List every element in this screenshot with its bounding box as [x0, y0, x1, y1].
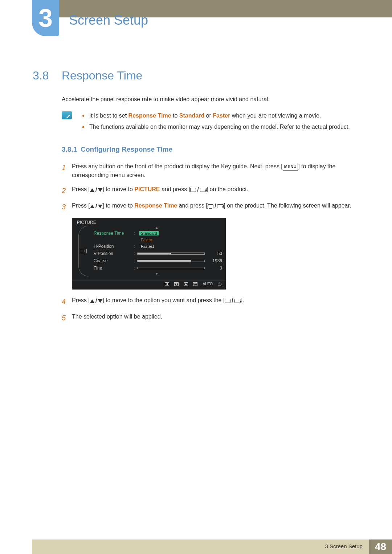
text: ] to move to the option you want and pre… [102, 297, 225, 303]
up-down-icon: / [90, 297, 102, 306]
note-text: to [171, 112, 179, 119]
osd-row: Fine : 0 [91, 264, 222, 272]
text: Press [ [72, 186, 90, 192]
osd-row-sub: Faster [91, 237, 222, 243]
step-number: 2 [62, 185, 72, 196]
scroll-down-icon: ▼ [91, 272, 222, 276]
osd-value: 0 [208, 266, 222, 271]
osd-row: Response Time : Standard [91, 230, 222, 237]
text: ] on the product. The following screen w… [224, 202, 351, 209]
osd-row: V-Position : 50 [91, 250, 222, 257]
osd-panel: PICTURE ▲ Response Time : Standard [72, 218, 226, 290]
step-item: 4 Press [/] to move to the option you wa… [62, 296, 359, 307]
note-text: It is best to set [89, 112, 128, 119]
osd-option-selected: Standard [139, 231, 159, 235]
note-text: or [204, 112, 213, 119]
note-highlight: Response Time [128, 112, 171, 119]
text: ] on the product. [207, 186, 249, 192]
step-item: 2 Press [/] to move to PICTURE and press… [62, 185, 359, 196]
osd-label: V-Position [91, 251, 131, 256]
note-highlight: Standard [179, 112, 204, 119]
note-text: when you are not viewing a movie. [230, 112, 321, 119]
text: Press any button on the front of the pro… [72, 163, 283, 169]
up-down-icon: / [90, 186, 102, 195]
osd-footer: AUTO [72, 280, 226, 288]
step-number: 3 [62, 201, 72, 213]
osd-value: 1936 [208, 258, 222, 263]
step-number: 4 [62, 296, 72, 307]
step-item: 3 Press [/] to move to Response Time and… [62, 201, 359, 213]
step-text: Press [/] to move to Response Time and p… [72, 201, 359, 213]
osd-power-icon [218, 282, 221, 286]
menu-button-icon: MENU [283, 163, 298, 171]
content: 3.8 Response Time Accelerate the panel r… [0, 36, 392, 324]
text: Press [ [72, 297, 90, 303]
text: Press [ [72, 202, 90, 209]
text: ] to move to [102, 202, 134, 209]
section-intro: Accelerate the panel response rate to ma… [62, 96, 359, 103]
subsection-number: 3.8.1 [62, 145, 77, 153]
osd-option: Fastest [139, 244, 155, 249]
step-item: 1 Press any button on the front of the p… [62, 162, 359, 180]
step-text: The selected option will be applied. [72, 312, 359, 324]
chapter-title: Screen Setup [69, 13, 148, 28]
steps-list-cont: 4 Press [/] to move to the option you wa… [62, 296, 359, 324]
text: ] to move to [102, 186, 134, 192]
up-down-icon: / [90, 202, 102, 211]
section-title: Response Time [62, 69, 142, 82]
osd-title: PICTURE [72, 218, 226, 226]
step-text: Press [/] to move to PICTURE and press [… [72, 185, 359, 196]
osd-down-icon [174, 282, 179, 286]
section-heading: 3.8 Response Time [33, 69, 359, 82]
note-item: It is best to set Response Time to Stand… [82, 111, 350, 120]
section-number: 3.8 [33, 69, 62, 82]
osd-screenshot: PICTURE ▲ Response Time : Standard [72, 218, 359, 290]
step-text: Press [/] to move to the option you want… [72, 296, 359, 307]
text: and press [ [160, 186, 191, 192]
page-header: 3 Screen Setup [0, 0, 392, 36]
enter-source-icon: / [190, 185, 206, 194]
enter-source-icon: / [225, 296, 241, 305]
enter-source-icon: / [208, 202, 224, 211]
step-number: 1 [62, 162, 72, 180]
note-list: It is best to set Response Time to Stand… [82, 111, 350, 134]
osd-option: Faster [139, 238, 154, 242]
osd-label: H-Position [91, 244, 131, 249]
text-highlight: PICTURE [134, 186, 160, 192]
note-block: It is best to set Response Time to Stand… [62, 111, 359, 134]
step-text: Press any button on the front of the pro… [72, 162, 359, 180]
osd-category-icon [75, 226, 91, 276]
osd-enter-icon [193, 282, 197, 286]
osd-label: Coarse [91, 258, 131, 263]
steps-list: 1 Press any button on the front of the p… [62, 162, 359, 213]
osd-auto-label: AUTO [203, 282, 213, 286]
svg-rect-0 [66, 118, 68, 118]
note-item: The functions available on the monitor m… [82, 123, 350, 132]
scroll-up-icon: ▲ [91, 226, 222, 230]
text-highlight: Response Time [134, 202, 177, 209]
osd-back-icon [165, 282, 169, 286]
text: and press [ [177, 202, 208, 209]
osd-row: Coarse : 1936 [91, 257, 222, 264]
osd-up-icon [184, 282, 188, 286]
osd-row-sub: H-Position: Fastest [91, 243, 222, 250]
osd-label: Fine [91, 266, 131, 271]
subsection-title: Configuring Response Time [81, 145, 172, 153]
chapter-number-badge: 3 [32, 0, 59, 36]
subsection-heading: 3.8.1Configuring Response Time [62, 145, 359, 153]
step-number: 5 [62, 312, 72, 324]
osd-value: 50 [208, 251, 222, 256]
note-highlight: Faster [213, 112, 230, 119]
step-item: 5 The selected option will be applied. [62, 312, 359, 324]
osd-label: Response Time [91, 231, 131, 236]
info-icon [62, 111, 72, 119]
